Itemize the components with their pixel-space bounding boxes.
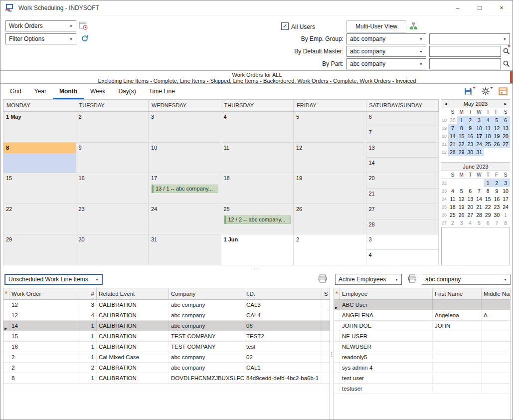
column-header[interactable]: Related Event <box>97 288 169 299</box>
column-header[interactable]: Middle Name <box>482 288 510 299</box>
minical-day[interactable]: 29 <box>457 148 466 156</box>
sunday-cell[interactable]: 14 <box>366 158 439 173</box>
s-cell[interactable] <box>322 331 330 341</box>
minical-day[interactable]: 4 <box>466 219 475 227</box>
first-name-cell[interactable]: JOHN <box>433 321 482 331</box>
id-cell[interactable]: test <box>244 342 322 352</box>
minical-day[interactable]: 5 <box>493 116 502 124</box>
work-order-cell[interactable]: 15 <box>9 331 78 341</box>
saturday-cell[interactable]: 20 <box>366 173 439 189</box>
minical-day[interactable]: 15 <box>457 132 466 140</box>
calendar-day[interactable]: 24 <box>149 204 221 235</box>
maximize-button[interactable]: □ <box>469 0 491 15</box>
sunday-cell[interactable]: 7 <box>366 127 439 142</box>
minical-day[interactable]: 27 <box>501 140 510 148</box>
column-header[interactable]: # <box>78 288 97 299</box>
employee-cell[interactable]: sys admin 4 <box>340 363 433 373</box>
employee-cell[interactable]: JOHN DOE <box>340 321 433 331</box>
close-button[interactable]: × <box>491 0 513 15</box>
work-order-cell[interactable]: 12 <box>9 300 78 310</box>
work-orders-select[interactable]: Work Orders ▼ <box>5 20 76 31</box>
first-name-cell[interactable]: Angelena <box>433 310 482 320</box>
employee-cell[interactable]: test user <box>340 373 433 383</box>
s-cell[interactable] <box>322 321 330 331</box>
work-order-cell[interactable]: 12 <box>9 310 78 320</box>
unscheduled-items-select[interactable]: Unscheduled Work Line Items ▼ <box>4 274 103 285</box>
export-button[interactable] <box>464 87 474 97</box>
related-event-cell[interactable]: CALIBRATION <box>97 363 169 373</box>
minical-day[interactable] <box>493 148 502 156</box>
saturday-cell[interactable]: 3 <box>366 234 439 250</box>
minical-day[interactable] <box>501 148 510 156</box>
minical-day[interactable]: 22 <box>457 140 466 148</box>
middle-name-cell[interactable] <box>482 363 510 373</box>
line-number-cell[interactable]: 1 <box>78 331 97 341</box>
saturday-cell[interactable]: 27 <box>366 204 439 219</box>
first-name-cell[interactable] <box>433 352 482 362</box>
minical-day[interactable]: 17 <box>501 195 510 203</box>
minical-day[interactable]: 21 <box>475 203 484 211</box>
middle-name-cell[interactable] <box>482 373 510 383</box>
middle-name-cell[interactable] <box>482 352 510 362</box>
related-event-cell[interactable]: CALIBRATION <box>97 310 169 320</box>
id-cell[interactable]: TEST2 <box>244 331 322 341</box>
employee-company-select[interactable]: abc company ▼ <box>422 274 511 285</box>
first-name-cell[interactable] <box>433 342 482 352</box>
vertical-splitter[interactable]: ⋮ <box>330 288 334 420</box>
calendar-day[interactable]: 17 13 / 1 -- abc company... <box>149 173 221 204</box>
related-event-cell[interactable]: CALIBRATION <box>97 321 169 331</box>
minical-day[interactable]: 24 <box>475 140 484 148</box>
minical-day[interactable] <box>484 148 493 156</box>
minical-day[interactable]: 11 <box>484 124 493 132</box>
minical-day[interactable] <box>475 179 484 187</box>
sunday-cell[interactable]: 28 <box>366 219 439 234</box>
minical-day[interactable]: 11 <box>448 195 457 203</box>
employee-cell[interactable]: ABC User <box>340 300 433 310</box>
minical-day[interactable]: 8 <box>484 187 493 195</box>
employee-row[interactable]: JOHN DOE JOHN <box>334 321 510 331</box>
work-line-item-row[interactable]: 2 1 Cal Mixed Case abc company 02 <box>3 352 330 363</box>
active-employees-select[interactable]: Active Employees ▼ <box>335 274 402 285</box>
minical-day[interactable]: 5 <box>457 187 466 195</box>
minical-day[interactable]: 19 <box>493 132 502 140</box>
minical-day[interactable]: 28 <box>475 211 484 219</box>
company-cell[interactable]: abc company <box>169 310 244 320</box>
work-order-cell[interactable]: 2 <box>9 352 78 362</box>
minical-day[interactable]: 12 <box>457 195 466 203</box>
line-number-cell[interactable]: 1 <box>78 342 97 352</box>
work-line-item-row[interactable]: 12 4 CALIBRATION abc company CAL4 <box>3 310 330 321</box>
minical-day[interactable]: 2 <box>493 179 502 187</box>
work-line-item-row[interactable]: 14 1 CALIBRATION abc company 06 <box>3 321 330 331</box>
first-name-cell[interactable] <box>433 300 482 310</box>
calendar-day[interactable]: 26 <box>294 204 366 235</box>
minical-day[interactable]: 23 <box>493 203 502 211</box>
work-order-cell[interactable]: 16 <box>9 342 78 352</box>
default-master-select[interactable]: abc company ▼ <box>346 46 426 57</box>
minical-day[interactable]: 13 <box>466 195 475 203</box>
minical-day[interactable]: 10 <box>475 124 484 132</box>
minical-day[interactable]: 16 <box>493 195 502 203</box>
minical-day[interactable] <box>466 179 475 187</box>
calendar-day[interactable]: 2 <box>76 112 149 143</box>
minical-day[interactable]: 3 <box>501 179 510 187</box>
related-event-cell[interactable]: CALIBRATION <box>97 342 169 352</box>
line-number-cell[interactable]: 1 <box>78 321 97 331</box>
middle-name-cell[interactable] <box>482 331 510 341</box>
settings-button[interactable] <box>481 87 491 97</box>
calendar-day[interactable]: 1 May <box>3 112 76 143</box>
column-header[interactable]: S <box>322 288 330 299</box>
work-line-item-row[interactable]: 12 3 CALIBRATION abc company CAL3 <box>3 300 330 310</box>
minical-day[interactable]: 6 <box>484 219 493 227</box>
line-number-cell[interactable]: 1 <box>78 373 97 383</box>
id-cell[interactable]: 06 <box>244 321 322 331</box>
minical-day[interactable]: 2 <box>466 116 475 124</box>
minical-day[interactable]: 9 <box>493 187 502 195</box>
id-cell[interactable]: 02 <box>244 352 322 362</box>
s-cell[interactable] <box>322 300 330 310</box>
employee-cell[interactable]: readonly5 <box>340 352 433 362</box>
part-search-button[interactable] <box>503 60 511 69</box>
minical-day[interactable]: 1 <box>484 179 493 187</box>
view-tab[interactable]: Day(s) <box>112 84 142 99</box>
minical-day[interactable]: 4 <box>448 187 457 195</box>
calendar-day[interactable]: 15 <box>3 173 76 204</box>
